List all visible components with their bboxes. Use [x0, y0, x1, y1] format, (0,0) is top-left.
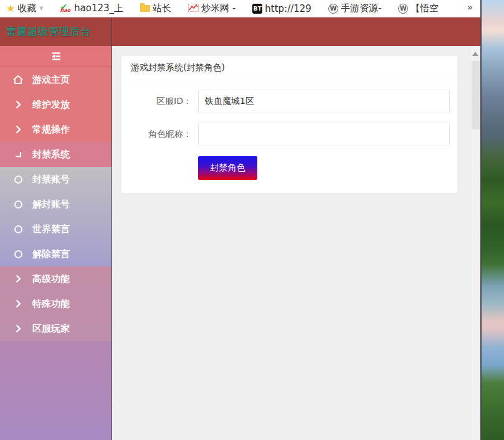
sidebar-item-unmute[interactable]: 解除禁言 [0, 241, 112, 266]
sidebar-item-ban-system[interactable]: 封禁系统 [0, 142, 112, 167]
bookmark-item-hao123[interactable]: ✔ hao hao123_上 [60, 2, 124, 14]
chevron-right-icon [12, 125, 24, 134]
sidebar: 游戏主页 维护发放 常规操作 封禁系统 [0, 46, 112, 440]
ban-character-button[interactable]: 封禁角色 [198, 156, 257, 180]
sidebar-item-label: 世界禁言 [32, 223, 70, 235]
bookmark-item-zhanzhang[interactable]: 站长 [140, 2, 171, 14]
nickname-input[interactable] [198, 123, 450, 146]
chevron-right-icon [12, 324, 24, 333]
sidebar-item-label: 区服玩家 [32, 323, 70, 335]
sidebar-item-label: 解除禁言 [32, 248, 70, 260]
bookmark-label: http://129 [265, 3, 311, 14]
server-id-row: 区服ID： [121, 90, 457, 113]
content-row: 游戏主页 维护发放 常规操作 封禁系统 [0, 46, 480, 440]
bookmark-label: 手游资源- [341, 2, 381, 14]
radio-circle-icon [12, 176, 24, 184]
sidebar-item-maintenance[interactable]: 维护发放 [0, 92, 112, 117]
bookmarks-overflow-icon[interactable]: » [467, 2, 473, 13]
caret-down-icon: ▼ [39, 6, 43, 11]
bookmark-item-chaomiwang[interactable]: 炒米网 - [188, 2, 235, 14]
sidebar-filler [0, 341, 112, 440]
bookmark-label: 收藏 [17, 2, 36, 14]
browser-window: ★ 收藏 ▼ ✔ hao hao123_上 站长 炒米网 - BT [0, 0, 482, 440]
bookmark-item-wukong[interactable]: W 【悟空 [398, 2, 439, 14]
sidebar-item-world-mute[interactable]: 世界禁言 [0, 217, 112, 241]
sidebar-item-special[interactable]: 特殊功能 [0, 291, 112, 316]
sidebar-item-advanced[interactable]: 高级功能 [0, 266, 112, 291]
app-header: 雷霆超级管理后台 [0, 17, 480, 46]
bookmark-item-shouyou[interactable]: W 手游资源- [328, 2, 381, 14]
sidebar-item-ban-account[interactable]: 封禁账号 [0, 167, 112, 192]
scrollbar[interactable] [470, 46, 480, 440]
chevron-right-icon [12, 100, 24, 109]
bookmarks-bar: ★ 收藏 ▼ ✔ hao hao123_上 站长 炒米网 - BT [0, 0, 480, 17]
bookmark-label: 【悟空 [411, 2, 439, 14]
sidebar-item-label: 特殊功能 [32, 298, 70, 310]
collapse-menu-icon [50, 52, 62, 61]
wordpress-icon: W [398, 4, 408, 14]
bookmark-label: hao123_上 [74, 2, 123, 14]
home-icon [12, 75, 24, 85]
bookmark-item-favorites[interactable]: ★ 收藏 ▼ [6, 2, 44, 14]
sidebar-item-label: 封禁账号 [32, 174, 70, 185]
sidebar-item-regular-ops[interactable]: 常规操作 [0, 117, 112, 142]
corner-expanded-icon [12, 151, 24, 158]
sidebar-item-game-home[interactable]: 游戏主页 [0, 67, 112, 92]
sidebar-item-unban-account[interactable]: 解封账号 [0, 192, 112, 217]
hao123-icon: ✔ hao [60, 4, 71, 12]
sidebar-item-server-players[interactable]: 区服玩家 [0, 316, 112, 341]
star-icon: ★ [6, 4, 15, 14]
ban-character-panel: 游戏封禁系统(封禁角色) 区服ID： 角色昵称： 封禁角色 [121, 55, 458, 194]
bookmark-label: 炒米网 - [201, 2, 235, 14]
app-title: 雷霆超级管理后台 [6, 26, 91, 39]
radio-circle-icon [12, 225, 24, 233]
server-id-label: 区服ID： [121, 96, 198, 107]
desktop-wallpaper [482, 0, 504, 440]
logo-area: 雷霆超级管理后台 [0, 17, 112, 46]
sidebar-item-label: 游戏主页 [32, 74, 70, 86]
bookmark-item-bt[interactable]: BT http://129 [252, 3, 311, 14]
radio-circle-icon [12, 200, 24, 208]
scroll-up-arrow-icon[interactable] [472, 52, 478, 56]
bt-badge-icon: BT [252, 4, 262, 14]
chevron-right-icon [12, 299, 24, 308]
line-chart-icon [188, 3, 199, 14]
sidebar-lower-section: 高级功能 特殊功能 区服玩家 [0, 266, 112, 341]
nickname-row: 角色昵称： [121, 123, 457, 146]
bookmark-label: 站长 [153, 2, 171, 14]
server-id-input[interactable] [198, 90, 450, 113]
radio-circle-icon [12, 250, 24, 258]
sidebar-item-label: 解封账号 [32, 199, 70, 210]
sidebar-item-label: 常规操作 [32, 124, 70, 136]
main-content: 游戏封禁系统(封禁角色) 区服ID： 角色昵称： 封禁角色 [112, 46, 470, 440]
sidebar-item-label: 高级功能 [32, 273, 70, 285]
sidebar-collapse-button[interactable] [0, 46, 112, 67]
scrollbar-thumb[interactable] [472, 61, 480, 129]
wordpress-icon: W [328, 4, 338, 14]
button-row: 封禁角色 [198, 156, 457, 180]
chevron-right-icon [12, 274, 24, 283]
nickname-label: 角色昵称： [121, 129, 198, 140]
sidebar-item-label: 封禁系统 [32, 149, 70, 161]
ban-system-submenu: 封禁账号 解封账号 世界禁言 解除禁言 [0, 167, 112, 266]
panel-title: 游戏封禁系统(封禁角色) [121, 56, 457, 80]
folder-icon [140, 5, 150, 12]
sidebar-item-label: 维护发放 [32, 99, 70, 111]
